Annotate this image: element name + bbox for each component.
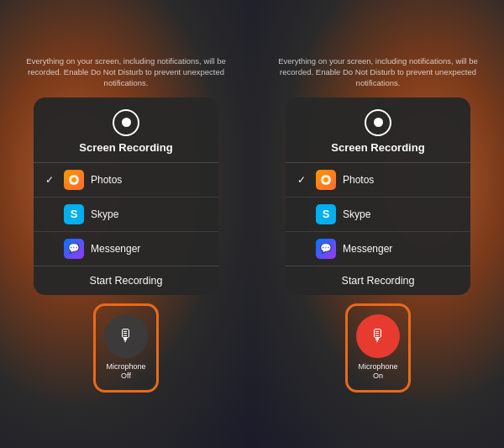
left-warning-text: Everything on your screen, including not… (12, 55, 240, 89)
left-record-icon (113, 109, 139, 136)
left-messenger-icon: 💬 (64, 239, 84, 259)
right-skype-icon: S (316, 204, 336, 224)
right-mic-icon: 🎙 (370, 326, 386, 345)
right-mic-label: Microphone On (358, 362, 397, 382)
left-photos-icon (64, 170, 84, 190)
right-start-recording-button[interactable]: Start Recording (286, 266, 470, 295)
left-start-recording-button[interactable]: Start Recording (34, 266, 218, 295)
right-modal-header: Screen Recording (286, 98, 470, 162)
right-menu-messenger[interactable]: 💬 Messenger (286, 231, 470, 266)
left-skype-label: Skype (91, 208, 118, 220)
left-mic-container[interactable]: 🎙 Microphone Off (93, 303, 159, 393)
right-check-photos: ✓ (297, 174, 309, 186)
left-check-photos: ✓ (45, 174, 57, 186)
right-content: Everything on your screen, including not… (252, 55, 504, 393)
left-mic-label: Microphone Off (106, 362, 145, 382)
left-modal-header: Screen Recording (34, 98, 218, 162)
left-mic-icon: 🎙 (118, 326, 134, 345)
left-photos-label: Photos (91, 174, 122, 186)
right-record-icon (365, 109, 391, 136)
right-mic-box[interactable]: 🎙 Microphone On (345, 303, 411, 393)
left-skype-icon: S (64, 204, 84, 224)
right-warning-text: Everything on your screen, including not… (264, 55, 492, 89)
right-photos-icon (316, 170, 336, 190)
right-skype-label: Skype (343, 208, 370, 220)
right-messenger-label: Messenger (343, 243, 392, 255)
left-mic-box[interactable]: 🎙 Microphone Off (93, 303, 159, 393)
right-mic-container[interactable]: 🎙 Microphone On (345, 303, 411, 393)
right-mic-circle[interactable]: 🎙 (356, 314, 400, 358)
svg-point-3 (323, 177, 328, 182)
left-mic-circle[interactable]: 🎙 (104, 314, 148, 358)
right-menu-photos[interactable]: ✓ Photos (286, 163, 470, 197)
left-menu-messenger[interactable]: 💬 Messenger (34, 231, 218, 266)
right-photos-label: Photos (343, 174, 374, 186)
right-record-dot (374, 118, 383, 127)
right-panel: Everything on your screen, including not… (252, 0, 504, 448)
right-modal-title: Screen Recording (331, 141, 424, 154)
left-menu-skype[interactable]: S Skype (34, 197, 218, 231)
left-record-dot (122, 118, 131, 127)
right-modal: Screen Recording ✓ Photos S Skype (286, 98, 470, 295)
left-panel: Everything on your screen, including not… (0, 0, 252, 448)
left-messenger-label: Messenger (91, 243, 140, 255)
left-modal-title: Screen Recording (79, 141, 172, 154)
left-menu-photos[interactable]: ✓ Photos (34, 163, 218, 197)
svg-point-1 (71, 177, 76, 182)
left-content: Everything on your screen, including not… (0, 55, 252, 393)
right-menu-skype[interactable]: S Skype (286, 197, 470, 231)
left-modal: Screen Recording ✓ Photos S Skype (34, 98, 218, 295)
right-messenger-icon: 💬 (316, 239, 336, 259)
